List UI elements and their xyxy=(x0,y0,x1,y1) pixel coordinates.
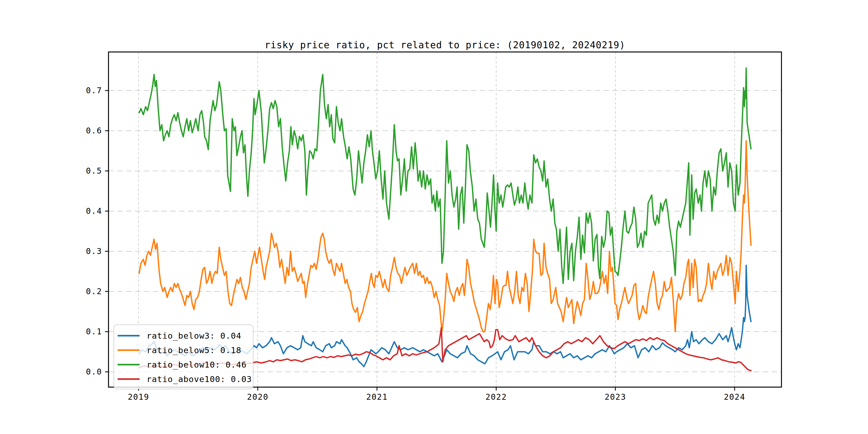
x-tick-label-2019: 2019 xyxy=(128,392,149,402)
x-tick-label-2021: 2021 xyxy=(366,392,388,402)
x-tick-label-2022: 2022 xyxy=(486,392,507,402)
y-tick-label-0.1: 0.1 xyxy=(86,327,102,336)
legend-label-ratio_below5: ratio_below5: 0.18 xyxy=(147,345,241,355)
y-tick-label-0.4: 0.4 xyxy=(86,206,102,216)
y-tick-label-0.0: 0.0 xyxy=(86,367,102,376)
figure: risky price ratio, pct related to price:… xyxy=(0,0,868,434)
legend-label-ratio_below10: ratio_below10: 0.46 xyxy=(147,360,247,370)
x-tick-label-2023: 2023 xyxy=(604,392,626,402)
legend: ratio_below3: 0.04ratio_below5: 0.18rati… xyxy=(114,325,253,389)
x-tick-label-2024: 2024 xyxy=(724,392,745,402)
x-tick-label-2020: 2020 xyxy=(247,392,269,402)
legend-label-ratio_above100: ratio_above100: 0.03 xyxy=(147,374,252,384)
chart-canvas: 0.00.10.20.30.40.50.60.72019202020212022… xyxy=(0,0,868,434)
y-tick-label-0.3: 0.3 xyxy=(86,246,102,256)
y-tick-label-0.7: 0.7 xyxy=(86,86,102,95)
y-tick-label-0.6: 0.6 xyxy=(86,126,102,135)
legend-label-ratio_below3: ratio_below3: 0.04 xyxy=(147,331,241,341)
y-tick-label-0.2: 0.2 xyxy=(86,287,102,296)
y-tick-label-0.5: 0.5 xyxy=(86,166,102,176)
